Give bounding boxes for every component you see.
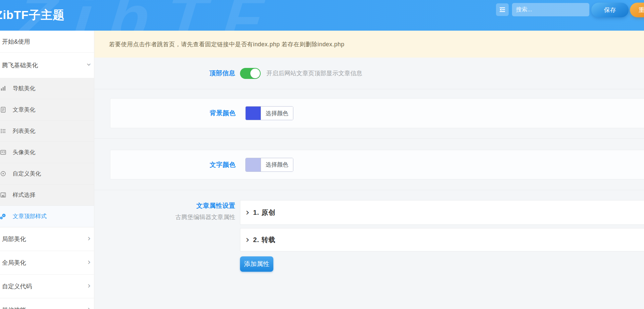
list-icon xyxy=(0,128,7,135)
gears-icon xyxy=(0,213,7,220)
chart-icon xyxy=(0,85,7,92)
setting-card: 文字颜色 选择颜色 xyxy=(110,150,644,179)
accordion-title: 1. 原创 xyxy=(253,208,275,217)
chevron-right-icon: › xyxy=(87,305,91,309)
sidebar-item-article-beautify[interactable]: 文章美化 xyxy=(0,99,94,121)
sidebar-item-global-beautify[interactable]: 全局美化 › xyxy=(0,251,94,274)
sidebar-submenu: 导航美化 文章美化 列表美化 xyxy=(0,78,94,227)
setting-row-bg-color: 背景颜色 选择颜色 xyxy=(94,89,644,139)
sidebar-item-list-beautify[interactable]: 列表美化 xyxy=(0,121,94,142)
sidebar-item-other-features[interactable]: 其他功能 › xyxy=(0,298,94,309)
sidebar-item-label: 全局美化 xyxy=(2,259,26,267)
sidebar-item-label: 导航美化 xyxy=(13,85,35,92)
sidebar-item-custom-beautify[interactable]: 自定义美化 xyxy=(0,163,94,184)
top-info-toggle[interactable] xyxy=(240,68,261,79)
chevron-right-icon: › xyxy=(246,235,249,244)
collapse-menu-icon xyxy=(499,6,506,13)
sidebar-item-nav-beautify[interactable]: 导航美化 xyxy=(0,78,94,99)
header: ZibTF ZibTF子主题 保存 重置 xyxy=(0,0,644,31)
save-button[interactable]: 保存 xyxy=(591,3,629,17)
post-attributes-label: 文章属性设置 xyxy=(196,202,235,209)
main-content: 若要使用点击作者跳首页，请先查看固定链接中是否有index.php 若存在则删除… xyxy=(94,31,644,309)
sidebar-item-label: 开始&使用 xyxy=(2,38,30,46)
notice-text: 若要使用点击作者跳首页，请先查看固定链接中是否有index.php 若存在则删除… xyxy=(109,40,344,48)
chevron-right-icon: › xyxy=(87,282,91,290)
attribute-accordion-repost[interactable]: › 2. 转载 xyxy=(240,228,644,251)
add-attribute-button[interactable]: 添加属性 xyxy=(240,256,273,272)
sidebar-item-label: 局部美化 xyxy=(2,235,26,243)
header-controls: 保存 重置 xyxy=(467,0,644,31)
bg-color-picker-label: 选择颜色 xyxy=(261,107,293,120)
toggle-knob xyxy=(250,69,260,78)
article-icon xyxy=(0,106,7,114)
image-icon xyxy=(0,191,7,199)
search-input[interactable] xyxy=(512,3,589,16)
sidebar-item-label: 腾飞基础美化 xyxy=(2,61,38,69)
accordion-title: 2. 转载 xyxy=(253,235,275,244)
sidebar: 开始&使用 腾飞基础美化 › 导航美化 文 xyxy=(0,31,94,309)
sidebar-item-partial-beautify[interactable]: 局部美化 › xyxy=(0,227,94,251)
bg-color-label: 背景颜色 xyxy=(210,110,236,117)
sidebar-item-label: 其他功能 xyxy=(2,306,26,309)
collapse-menu-button[interactable] xyxy=(496,3,509,16)
sidebar-item-style-select[interactable]: 样式选择 xyxy=(0,184,94,206)
sidebar-item-label: 列表美化 xyxy=(13,127,35,135)
sidebar-item-avatar-beautify[interactable]: 头像美化 xyxy=(0,142,94,163)
bg-color-swatch xyxy=(246,107,261,120)
setting-card: 背景颜色 选择颜色 xyxy=(110,98,644,128)
top-info-description: 开启后网站文章页顶部显示文章信息 xyxy=(266,69,362,77)
chevron-right-icon: › xyxy=(87,234,91,242)
sidebar-item-label: 自定义美化 xyxy=(13,170,41,177)
notice-bar: 若要使用点击作者跳首页，请先查看固定链接中是否有index.php 若存在则删除… xyxy=(94,31,644,58)
setting-row-post-attributes: 文章属性设置 古腾堡编辑器文章属性 › 1. 原创 › 2. 转载 添加属性 xyxy=(94,190,644,285)
text-color-picker-label: 选择颜色 xyxy=(261,158,293,171)
top-info-label: 顶部信息 xyxy=(209,70,235,77)
attribute-accordion-original[interactable]: › 1. 原创 xyxy=(240,200,644,225)
sidebar-item-custom-code[interactable]: 自定义代码 › xyxy=(0,274,94,298)
text-color-picker[interactable]: 选择颜色 xyxy=(245,158,293,172)
sidebar-item-tengfei-base[interactable]: 腾飞基础美化 › xyxy=(0,53,94,78)
chevron-right-icon: › xyxy=(246,208,249,217)
text-color-label: 文字颜色 xyxy=(210,161,236,168)
sidebar-item-label: 文章顶部样式 xyxy=(13,212,47,220)
post-attributes-description: 古腾堡编辑器文章属性 xyxy=(94,213,235,221)
page-title: ZibTF子主题 xyxy=(0,7,65,23)
sidebar-item-label: 自定义代码 xyxy=(2,282,32,290)
text-color-swatch xyxy=(246,158,261,171)
sidebar-item-post-top-style[interactable]: 文章顶部样式 xyxy=(0,206,94,227)
sidebar-item-start-usage[interactable]: 开始&使用 xyxy=(0,31,94,53)
avatar-icon xyxy=(0,149,7,156)
chevron-down-icon: › xyxy=(85,63,93,66)
chevron-right-icon: › xyxy=(87,258,91,266)
sidebar-item-label: 文章美化 xyxy=(13,106,35,114)
setting-row-text-color: 文字颜色 选择颜色 xyxy=(94,139,644,190)
reset-button[interactable]: 重置 xyxy=(630,3,644,17)
custom-icon xyxy=(0,170,7,177)
bg-color-picker[interactable]: 选择颜色 xyxy=(245,106,293,120)
sidebar-item-label: 样式选择 xyxy=(13,191,35,199)
sidebar-item-label: 头像美化 xyxy=(13,149,35,156)
setting-row-top-info: 顶部信息 开启后网站文章页顶部显示文章信息 xyxy=(94,58,644,89)
